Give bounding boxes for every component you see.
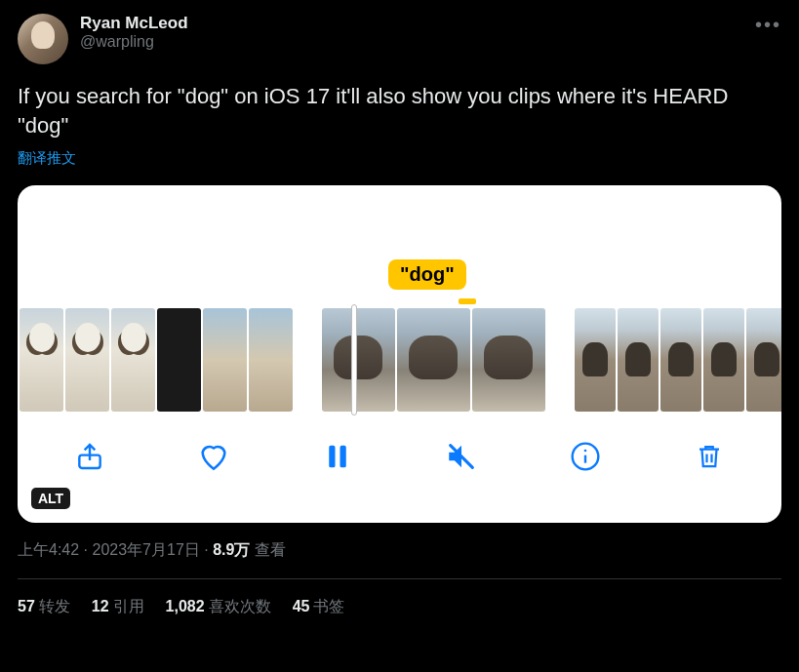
media-attachment[interactable]: "dog" bbox=[18, 185, 781, 523]
svg-rect-2 bbox=[340, 446, 345, 468]
bookmarks-stat[interactable]: 45书签 bbox=[293, 597, 345, 617]
clip-group-1 bbox=[20, 308, 293, 412]
tweet-stats: 57转发 12引用 1,082喜欢次数 45书签 bbox=[18, 579, 781, 617]
video-thumbnail[interactable] bbox=[746, 308, 781, 412]
likes-stat[interactable]: 1,082喜欢次数 bbox=[166, 597, 271, 617]
mute-icon[interactable] bbox=[442, 437, 481, 476]
quotes-stat[interactable]: 12引用 bbox=[92, 597, 144, 617]
video-thumbnail[interactable] bbox=[249, 308, 293, 412]
trash-icon[interactable] bbox=[690, 437, 729, 476]
video-thumbnail[interactable] bbox=[618, 308, 659, 412]
svg-rect-1 bbox=[329, 446, 335, 468]
retweets-stat[interactable]: 57转发 bbox=[18, 597, 70, 617]
video-thumbnail[interactable] bbox=[397, 308, 470, 412]
tweet-text: If you search for "dog" on iOS 17 it'll … bbox=[18, 82, 781, 139]
video-thumbnail[interactable] bbox=[322, 308, 395, 412]
video-thumbnail[interactable] bbox=[203, 308, 247, 412]
clip-group-3 bbox=[575, 308, 781, 412]
video-thumbnail[interactable] bbox=[660, 308, 701, 412]
video-thumbnail[interactable] bbox=[575, 308, 616, 412]
alt-badge[interactable]: ALT bbox=[31, 488, 70, 509]
info-icon[interactable] bbox=[566, 437, 605, 476]
tweet-date[interactable]: 2023年7月17日 bbox=[92, 541, 199, 558]
tweet-header: Ryan McLeod @warpling ••• bbox=[18, 14, 781, 64]
video-timeline[interactable] bbox=[18, 308, 781, 412]
video-thumbnail[interactable] bbox=[111, 308, 155, 412]
tweet-container: Ryan McLeod @warpling ••• If you search … bbox=[0, 0, 799, 617]
video-thumbnail[interactable] bbox=[157, 308, 201, 412]
heart-icon[interactable] bbox=[194, 437, 233, 476]
display-name: Ryan McLeod bbox=[80, 14, 188, 33]
media-toolbar bbox=[18, 412, 781, 494]
views-label: 查看 bbox=[255, 541, 286, 558]
user-handle: @warpling bbox=[80, 33, 188, 51]
clip-group-2 bbox=[322, 308, 545, 412]
playhead[interactable] bbox=[351, 304, 357, 415]
pause-icon[interactable] bbox=[318, 437, 357, 476]
tweet-meta: 上午4:42 · 2023年7月17日 · 8.9万 查看 bbox=[18, 540, 781, 561]
tweet-time[interactable]: 上午4:42 bbox=[18, 541, 79, 558]
search-term-badge: "dog" bbox=[388, 259, 466, 290]
svg-point-6 bbox=[584, 450, 587, 453]
translate-link[interactable]: 翻译推文 bbox=[18, 149, 781, 168]
author-names[interactable]: Ryan McLeod @warpling bbox=[80, 14, 188, 51]
video-thumbnail[interactable] bbox=[65, 308, 109, 412]
video-thumbnail[interactable] bbox=[703, 308, 744, 412]
timeline-marker bbox=[459, 298, 476, 304]
avatar[interactable] bbox=[18, 14, 68, 64]
video-thumbnail[interactable] bbox=[472, 308, 545, 412]
more-options-icon[interactable]: ••• bbox=[755, 14, 781, 36]
views-count: 8.9万 bbox=[213, 541, 250, 558]
share-icon[interactable] bbox=[70, 437, 109, 476]
video-thumbnail[interactable] bbox=[20, 308, 63, 412]
